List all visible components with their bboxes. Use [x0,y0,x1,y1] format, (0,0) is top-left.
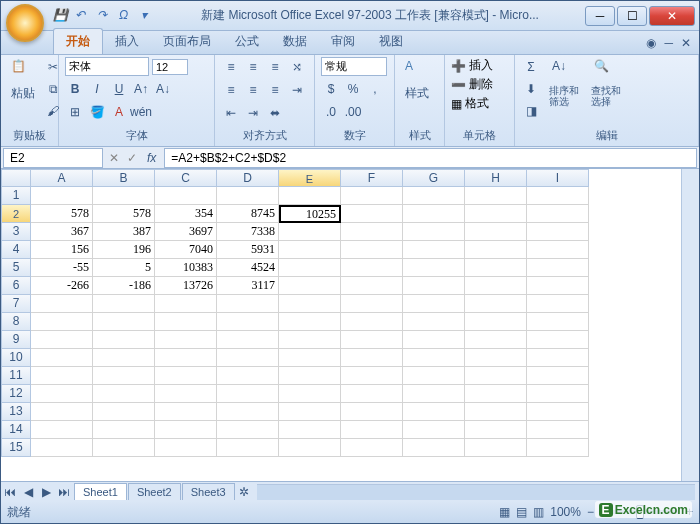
font-color-button[interactable]: A [109,102,129,122]
cell[interactable] [465,331,527,349]
align-left-icon[interactable]: ≡ [221,80,241,100]
cell[interactable] [403,385,465,403]
align-right-icon[interactable]: ≡ [265,80,285,100]
cell[interactable] [465,421,527,439]
cell[interactable] [279,295,341,313]
sheet-nav-next-icon[interactable]: ▶ [37,483,55,501]
cell[interactable] [279,187,341,205]
indent-increase-icon[interactable]: ⇥ [243,103,263,123]
border-button[interactable]: ⊞ [65,102,85,122]
cell[interactable] [217,385,279,403]
cell[interactable] [403,367,465,385]
minimize-button[interactable]: ─ [585,6,615,26]
cell[interactable] [527,259,589,277]
row-header[interactable]: 12 [1,385,31,403]
cell[interactable] [93,385,155,403]
redo-icon[interactable]: ↷ [97,8,113,24]
cell[interactable] [527,205,589,223]
cell[interactable] [465,385,527,403]
cell[interactable] [217,187,279,205]
sheet-nav-first-icon[interactable]: ⏮ [1,483,19,501]
cell[interactable] [403,241,465,259]
cell[interactable] [31,313,93,331]
cell[interactable] [403,331,465,349]
view-normal-icon[interactable]: ▦ [499,505,510,519]
tab-page-layout[interactable]: 页面布局 [151,29,223,54]
cell[interactable] [527,331,589,349]
clear-icon[interactable]: ◨ [521,101,541,121]
cancel-formula-icon[interactable]: ✕ [105,151,123,165]
cell[interactable] [403,313,465,331]
cell[interactable] [31,331,93,349]
currency-icon[interactable]: $ [321,79,341,99]
cell[interactable] [155,439,217,457]
sheet-nav-last-icon[interactable]: ⏭ [55,483,73,501]
row-header[interactable]: 10 [1,349,31,367]
save-icon[interactable]: 💾 [53,8,69,24]
cell[interactable]: 10255 [279,205,341,223]
cell[interactable]: 10383 [155,259,217,277]
cell[interactable] [93,295,155,313]
row-header[interactable]: 15 [1,439,31,457]
cell[interactable] [155,403,217,421]
row-header[interactable]: 2 [1,205,31,223]
cell[interactable]: 5931 [217,241,279,259]
cell[interactable] [403,277,465,295]
formula-input[interactable]: =A2+$B$2+C2+$D$2 [164,148,697,168]
cell[interactable] [217,349,279,367]
cell[interactable] [403,349,465,367]
cell[interactable] [341,331,403,349]
row-header[interactable]: 11 [1,367,31,385]
row-header[interactable]: 1 [1,187,31,205]
cell[interactable] [279,277,341,295]
insert-cells-button[interactable]: ➕插入 [451,57,493,74]
cell[interactable] [31,421,93,439]
cell[interactable] [279,259,341,277]
underline-button[interactable]: U [109,79,129,99]
autosum-icon[interactable]: Σ [521,57,541,77]
cell[interactable] [403,223,465,241]
cell[interactable] [93,421,155,439]
wrap-text-icon[interactable]: ⇥ [287,80,307,100]
cell[interactable] [465,295,527,313]
cell[interactable] [465,187,527,205]
cell[interactable]: 387 [93,223,155,241]
cell[interactable] [93,439,155,457]
cell[interactable] [341,241,403,259]
sort-filter-button[interactable]: A↓ 排序和 筛选 [545,57,583,109]
row-header[interactable]: 7 [1,295,31,313]
align-middle-icon[interactable]: ≡ [243,57,263,77]
tab-view[interactable]: 视图 [367,29,415,54]
cell[interactable] [341,421,403,439]
zoom-level[interactable]: 100% [550,505,581,519]
cell[interactable] [341,313,403,331]
row-header[interactable]: 14 [1,421,31,439]
cell[interactable] [341,385,403,403]
cell[interactable] [403,295,465,313]
bold-button[interactable]: B [65,79,85,99]
cell[interactable]: 7338 [217,223,279,241]
cell[interactable] [403,421,465,439]
cell[interactable] [527,277,589,295]
row-header[interactable]: 8 [1,313,31,331]
cell[interactable] [403,187,465,205]
cell[interactable] [279,313,341,331]
font-shrink-icon[interactable]: A↓ [153,79,173,99]
font-size-select[interactable]: 12 [152,59,188,75]
number-format-select[interactable]: 常规 [321,57,387,76]
cell[interactable] [403,439,465,457]
increase-decimal-icon[interactable]: .0 [321,102,341,122]
cell[interactable]: 3117 [217,277,279,295]
cell[interactable]: 5 [93,259,155,277]
close-button[interactable]: ✕ [649,6,695,26]
styles-button[interactable]: A 样式 [401,57,433,104]
cell[interactable] [279,367,341,385]
tab-data[interactable]: 数据 [271,29,319,54]
phonetic-button[interactable]: wén [131,102,151,122]
cell[interactable] [465,277,527,295]
cell[interactable] [217,403,279,421]
print-icon[interactable]: Ω [119,8,135,24]
cell[interactable] [341,205,403,223]
cell[interactable] [527,367,589,385]
cell[interactable] [31,367,93,385]
